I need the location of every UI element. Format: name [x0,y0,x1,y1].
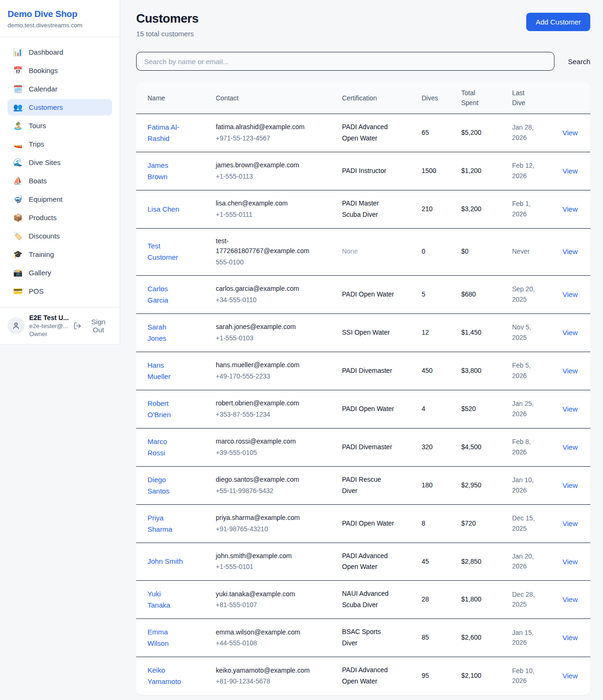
customer-phone: +81-90-1234-5678 [216,676,310,687]
view-link[interactable]: View [562,205,578,213]
certification: None [342,246,358,257]
certification: SSI Open Water [342,327,390,338]
customer-name-link[interactable]: Test Customer [147,240,185,263]
sidebar: Demo Dive Shop demo.test.divestreams.com… [0,0,120,345]
customer-email: lisa.chen@example.com [216,198,310,209]
col-header-name: Name [136,82,216,114]
customer-name-link[interactable]: Diego Santos [147,474,185,497]
view-link[interactable]: View [562,558,578,566]
customer-name-link[interactable]: John Smith [147,556,183,567]
customer-name-link[interactable]: Yuki Tanaka [147,588,185,611]
page-header: Customers 15 total customers Add Custome… [136,11,590,38]
view-link[interactable]: View [562,634,578,642]
table-row: James Brown james.brown@example.com +1-5… [136,152,590,190]
customers-table: Name Contact Certification Dives Total S… [136,82,590,695]
last-dive: Nov 5, 2025 [512,322,539,343]
sidebar-item-bookings[interactable]: 📅 Bookings [8,62,112,79]
sidebar-item-tours[interactable]: 🏝️ Tours [8,117,112,134]
table-row: John Smith john.smith@example.com +1-555… [136,543,590,581]
sidebar-item-calendar[interactable]: 🗓️ Calendar [8,81,112,97]
view-link[interactable]: View [562,290,578,298]
last-dive: Feb 10, 2026 [512,666,539,686]
customer-phone: +1-555-0113 [216,172,310,182]
sidebar-item-equipment[interactable]: 🤿 Equipment [8,191,112,207]
sidebar-item-customers[interactable]: 👥 Customers [8,99,112,115]
customer-name-link[interactable]: Fatima Al-Rashid [147,122,185,144]
view-link[interactable]: View [562,672,578,680]
sidebar-item-dashboard[interactable]: 📊 Dashboard [8,44,112,60]
view-link[interactable]: View [562,595,578,603]
last-dive: Sep 20, 2025 [512,284,539,305]
view-link[interactable]: View [562,481,578,489]
last-dive: Dec 28, 2025 [512,590,539,610]
calendar-date-icon: 📅 [13,67,23,74]
sidebar-item-label: Calendar [29,85,57,93]
sign-out-button[interactable]: Sign Out [73,318,112,334]
customer-email: marco.rossi@example.com [216,436,310,447]
customer-name-link[interactable]: Keiko Yamamoto [147,665,185,687]
view-link[interactable]: View [562,129,578,137]
sidebar-item-boats[interactable]: ⛵ Boats [8,173,112,189]
sidebar-item-training[interactable]: 🎓 Training [8,246,112,263]
sailboat-icon: ⛵ [13,177,23,185]
diving-mask-icon: 🤿 [13,196,23,203]
sidebar-item-trips[interactable]: 🚤 Trips [8,136,112,152]
table-row: Test Customer test-1772681807767@example… [136,228,590,275]
customer-phone: +44-555-0108 [216,638,310,649]
customer-name-link[interactable]: Marco Rossi [147,436,185,459]
customer-email: hans.mueller@example.com [216,360,310,371]
customer-name-link[interactable]: Carlos Garcia [147,283,185,306]
total-spent: $2,100 [461,657,512,695]
customer-name-link[interactable]: James Brown [147,160,185,182]
certification: PADI Open Water [342,404,394,415]
sidebar-item-discounts[interactable]: 🏷️ Discounts [8,228,112,244]
customer-email: fatima.alrashid@example.com [216,122,310,132]
customer-name-link[interactable]: Robert O'Brien [147,398,185,420]
search-button[interactable]: Search [554,54,590,69]
package-icon: 📦 [13,214,23,222]
total-spent: $2,850 [461,543,512,581]
island-icon: 🏝️ [13,122,23,130]
customer-name-link[interactable]: Hans Mueller [147,360,185,382]
dives-count: 85 [422,619,461,657]
sidebar-item-products[interactable]: 📦 Products [8,209,112,226]
sidebar-item-dive-sites[interactable]: 🌊 Dive Sites [8,154,112,171]
customer-name-link[interactable]: Lisa Chen [147,204,179,215]
credit-card-icon: 💳 [13,288,23,295]
certification: BSAC Sports Diver [342,626,395,649]
user-section: E2E Test U... e2e-tester@... Owner Sign … [0,307,120,344]
certification: PADI Advanced Open Water [342,122,395,144]
customer-email: robert.obrien@example.com [216,398,310,409]
customer-email: james.brown@example.com [216,160,310,171]
sidebar-item-pos[interactable]: 💳 POS [8,283,112,299]
view-link[interactable]: View [562,519,578,527]
dives-count: 210 [422,190,461,229]
total-spent: $5,200 [461,114,512,152]
certification: PADI Open Water [342,518,394,529]
sidebar-item-label: Equipment [29,195,63,203]
customer-email: carlos.garcia@example.com [216,284,310,294]
add-customer-button[interactable]: Add Customer [526,13,590,31]
view-link[interactable]: View [562,247,578,255]
view-link[interactable]: View [562,367,578,375]
col-header-last-dive: Last Dive [512,82,562,114]
last-dive: Jan 10, 2026 [512,475,539,495]
search-input[interactable] [136,52,554,71]
col-header-dives: Dives [422,82,461,114]
view-link[interactable]: View [562,405,578,413]
view-link[interactable]: View [562,443,578,451]
wave-icon: 🌊 [13,159,23,166]
table-row: Emma Wilson emma.wilson@example.com +44-… [136,619,590,657]
customer-name-link[interactable]: Priya Sharma [147,512,185,535]
last-dive: Never [512,247,530,257]
customer-phone: +81-555-0107 [216,600,310,610]
sidebar-item-gallery[interactable]: 📸 Gallery [8,264,112,281]
customer-name-link[interactable]: Sarah Jones [147,321,185,344]
sidebar-item-label: POS [29,287,44,295]
table-row: Lisa Chen lisa.chen@example.com +1-555-0… [136,190,590,229]
view-link[interactable]: View [562,167,578,175]
customer-name-link[interactable]: Emma Wilson [147,626,185,649]
certification: PADI Advanced Open Water [342,551,395,573]
view-link[interactable]: View [562,329,578,337]
dives-count: 5 [422,275,461,313]
